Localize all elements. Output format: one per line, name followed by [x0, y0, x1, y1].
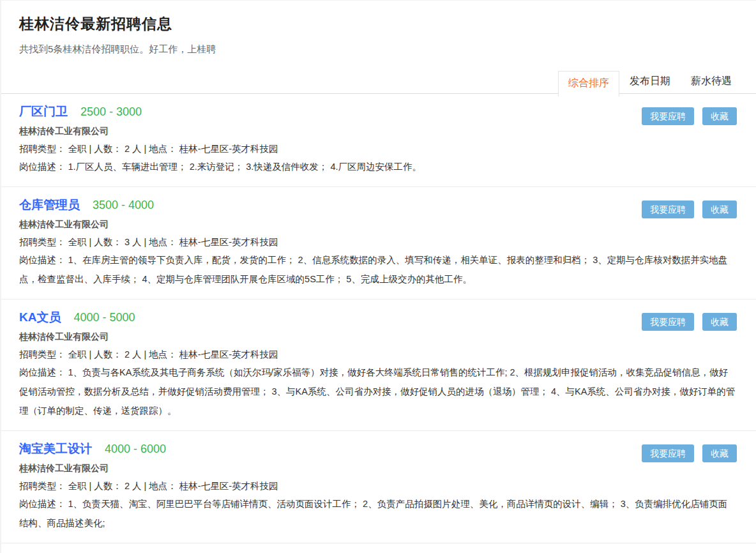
job-meta: 招聘类型： 全职 | 人数： 3 人 | 地点： 桂林-七星区-英才科技园 [19, 236, 738, 248]
job-item-factory-guard: 我要应聘 收藏 厂区门卫 2500 - 3000 桂林洁伶工业有限公司 招聘类型… [1, 94, 756, 187]
apply-button[interactable]: 我要应聘 [642, 444, 694, 462]
job-company: 桂林洁伶工业有限公司 [19, 219, 738, 231]
job-actions: 我要应聘 收藏 [642, 444, 737, 462]
job-salary: 3500 - 4000 [93, 199, 154, 212]
job-title-link[interactable]: 厂区门卫 [19, 103, 68, 120]
job-list: 我要应聘 收藏 厂区门卫 2500 - 3000 桂林洁伶工业有限公司 招聘类型… [1, 94, 756, 543]
job-meta: 招聘类型： 全职 | 人数： 2 人 | 地点： 桂林-七星区-英才科技园 [19, 349, 738, 361]
job-title-row: KA文员 4000 - 5000 [19, 309, 738, 326]
page-header: 桂林洁伶最新招聘信息 共找到5条桂林洁伶招聘职位。好工作，上桂聘 [1, 1, 756, 56]
job-description: 岗位描述： 1、在库房主管的领导下负责入库，配货，发货的工作； 2、信息系统数据… [19, 250, 738, 289]
tab-publish-date[interactable]: 发布日期 [619, 70, 681, 93]
job-description: 岗位描述： 1.厂区人员、车辆进出管理； 2.来访登记； 3.快递及信件收发； … [19, 157, 738, 176]
favorite-button[interactable]: 收藏 [702, 444, 737, 462]
job-actions: 我要应聘 收藏 [642, 201, 737, 218]
job-company: 桂林洁伶工业有限公司 [19, 126, 738, 137]
apply-button[interactable]: 我要应聘 [642, 201, 694, 218]
tab-comprehensive-sort[interactable]: 综合排序 [558, 71, 619, 96]
job-title-row: 仓库管理员 3500 - 4000 [19, 197, 738, 213]
job-salary: 4000 - 6000 [105, 443, 166, 456]
job-meta: 招聘类型： 全职 | 人数： 2 人 | 地点： 桂林-七星区-英才科技园 [19, 143, 738, 155]
job-title-link[interactable]: KA文员 [19, 309, 61, 326]
job-title-row: 厂区门卫 2500 - 3000 [19, 103, 738, 120]
job-title-row: 淘宝美工设计 4000 - 6000 [19, 441, 738, 457]
job-actions: 我要应聘 收藏 [642, 313, 737, 331]
job-meta: 招聘类型： 全职 | 人数： 2 人 | 地点： 桂林-七星区-英才科技园 [19, 480, 738, 492]
job-title-link[interactable]: 仓库管理员 [19, 197, 80, 213]
job-company: 桂林洁伶工业有限公司 [19, 331, 738, 343]
job-salary: 4000 - 5000 [73, 311, 135, 324]
job-company: 桂林洁伶工业有限公司 [19, 463, 738, 474]
page-title: 桂林洁伶最新招聘信息 [19, 14, 738, 34]
sort-tabbar: 综合排序 发布日期 薪水待遇 [1, 70, 756, 94]
apply-button[interactable]: 我要应聘 [642, 107, 694, 125]
job-item-taobao-designer: 我要应聘 收藏 淘宝美工设计 4000 - 6000 桂林洁伶工业有限公司 招聘… [1, 431, 756, 543]
favorite-button[interactable]: 收藏 [702, 201, 737, 218]
tab-salary[interactable]: 薪水待遇 [681, 70, 742, 93]
job-title-link[interactable]: 淘宝美工设计 [19, 441, 92, 457]
job-salary: 2500 - 3000 [80, 105, 142, 119]
job-item-warehouse-manager: 我要应聘 收藏 仓库管理员 3500 - 4000 桂林洁伶工业有限公司 招聘类… [1, 187, 756, 299]
favorite-button[interactable]: 收藏 [702, 107, 737, 125]
page-subtitle: 共找到5条桂林洁伶招聘职位。好工作，上桂聘 [19, 43, 738, 56]
job-description: 岗位描述： 1、负责与各KA系统及其电子商务系统（如沃尔玛/家乐福等）对接，做好… [19, 363, 738, 420]
apply-button[interactable]: 我要应聘 [642, 313, 694, 331]
job-description: 岗位描述： 1、负责天猫、淘宝、阿里巴巴平台等店铺详情页、活动页面设计工作； 2… [19, 494, 738, 533]
favorite-button[interactable]: 收藏 [702, 313, 737, 331]
job-actions: 我要应聘 收藏 [642, 107, 737, 125]
job-item-ka-clerk: 我要应聘 收藏 KA文员 4000 - 5000 桂林洁伶工业有限公司 招聘类型… [1, 299, 756, 431]
